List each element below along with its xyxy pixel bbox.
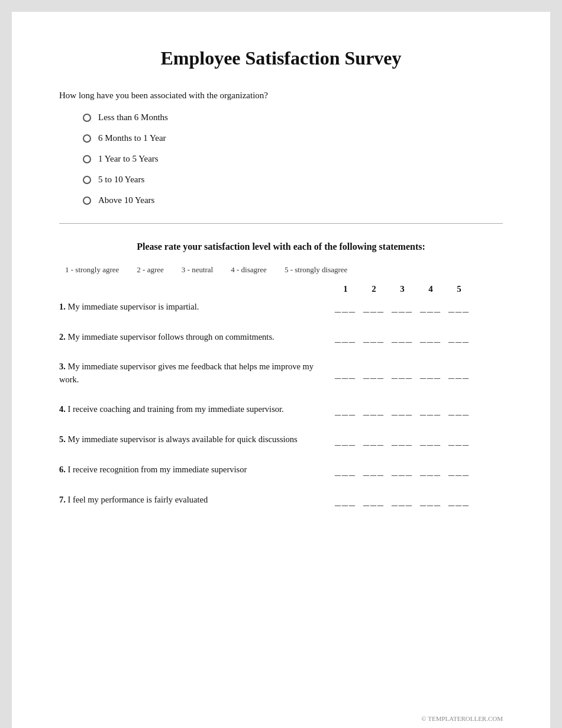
rating-blank-line[interactable]: ___ — [416, 403, 445, 417]
statement-number: 4. — [59, 404, 68, 414]
tenure-option-label: 5 to 10 Years — [98, 175, 144, 185]
rating-blank-line[interactable]: ___ — [331, 366, 360, 380]
rating-blank-line[interactable]: ___ — [360, 463, 388, 477]
scale-legend-item: 1 - strongly agree — [65, 265, 119, 275]
survey-row: 1. My immediate supervisor is impartial.… — [59, 300, 503, 314]
rating-blanks: _______________ — [331, 403, 503, 417]
tenure-option[interactable]: 6 Months to 1 Year — [83, 133, 503, 143]
rating-blank-line[interactable]: ___ — [331, 403, 360, 417]
rating-blanks: _______________ — [331, 330, 503, 344]
statement-number: 3. — [59, 362, 68, 371]
rating-blank-line[interactable]: ___ — [388, 463, 416, 477]
scale-legend-item: 4 - disagree — [231, 265, 267, 275]
rating-blank-line[interactable]: ___ — [360, 366, 388, 380]
rating-blanks: _______________ — [331, 433, 503, 447]
rating-blank-line[interactable]: ___ — [388, 403, 416, 417]
radio-circle-icon — [83, 114, 91, 122]
statement-number: 7. — [59, 495, 68, 504]
radio-circle-icon — [83, 155, 91, 163]
tenure-option[interactable]: Less than 6 Months — [83, 112, 503, 123]
rating-blank-line[interactable]: ___ — [416, 494, 445, 507]
statement-text: 7. I feel my performance is fairly evalu… — [59, 494, 331, 507]
rating-blank-line[interactable]: ___ — [360, 403, 388, 417]
scale-legend-item: 2 - agree — [137, 265, 163, 275]
rating-blank-line[interactable]: ___ — [331, 433, 360, 447]
tenure-option[interactable]: 1 Year to 5 Years — [83, 154, 503, 164]
tenure-option[interactable]: 5 to 10 Years — [83, 175, 503, 185]
tenure-option[interactable]: Above 10 Years — [83, 195, 503, 205]
rating-blank-line[interactable]: ___ — [388, 433, 416, 447]
rating-blank-line[interactable]: ___ — [416, 433, 445, 447]
rating-blank-line[interactable]: ___ — [445, 330, 473, 344]
tenure-option-label: Above 10 Years — [98, 195, 154, 205]
statement-number: 6. — [59, 465, 68, 474]
rating-blank-line[interactable]: ___ — [360, 494, 388, 507]
footer: © TEMPLATEROLLER.COM — [421, 715, 503, 722]
rating-blanks: _______________ — [331, 366, 503, 380]
rating-header-num: 1 — [331, 284, 360, 294]
radio-circle-icon — [83, 134, 91, 143]
tenure-option-label: Less than 6 Months — [98, 112, 168, 123]
statement-text: 3. My immediate supervisor gives me feed… — [59, 360, 331, 386]
rating-blank-line[interactable]: ___ — [445, 494, 473, 507]
rating-blank-line[interactable]: ___ — [388, 330, 416, 344]
rating-blank-line[interactable]: ___ — [416, 300, 445, 314]
rating-blank-line[interactable]: ___ — [388, 494, 416, 507]
rating-blank-line[interactable]: ___ — [360, 433, 388, 447]
survey-rows: 1. My immediate supervisor is impartial.… — [59, 300, 503, 507]
radio-circle-icon — [83, 176, 91, 184]
rating-blank-line[interactable]: ___ — [445, 403, 473, 417]
scale-legend-item: 5 - strongly disagree — [285, 265, 348, 275]
survey-row: 2. My immediate supervisor follows throu… — [59, 330, 503, 344]
survey-row: 4. I receive coaching and training from … — [59, 403, 503, 417]
statement-text: 6. I receive recognition from my immedia… — [59, 463, 331, 476]
page: Employee Satisfaction Survey How long ha… — [12, 12, 550, 728]
statement-number: 1. — [59, 302, 68, 311]
statement-text: 1. My immediate supervisor is impartial. — [59, 301, 331, 314]
tenure-option-label: 1 Year to 5 Years — [98, 154, 159, 164]
statement-number: 5. — [59, 434, 68, 444]
rating-blank-line[interactable]: ___ — [416, 330, 445, 344]
rating-header-num: 5 — [445, 284, 473, 294]
rating-blank-line[interactable]: ___ — [445, 433, 473, 447]
tenure-options-list: Less than 6 Months6 Months to 1 Year1 Ye… — [83, 112, 503, 205]
page-title: Employee Satisfaction Survey — [59, 47, 503, 69]
rating-blank-line[interactable]: ___ — [331, 463, 360, 477]
radio-circle-icon — [83, 197, 91, 205]
rating-blank-line[interactable]: ___ — [388, 366, 416, 380]
intro-question: How long have you been associated with t… — [59, 91, 503, 101]
survey-row: 5. My immediate supervisor is always ava… — [59, 433, 503, 447]
survey-row: 3. My immediate supervisor gives me feed… — [59, 360, 503, 386]
rating-header-num: 4 — [416, 284, 445, 294]
section-divider — [59, 223, 503, 224]
rating-blank-line[interactable]: ___ — [331, 300, 360, 314]
rating-blank-line[interactable]: ___ — [331, 330, 360, 344]
rating-blank-line[interactable]: ___ — [416, 463, 445, 477]
rating-header-num: 3 — [388, 284, 416, 294]
rating-blank-line[interactable]: ___ — [388, 300, 416, 314]
rating-blanks: _______________ — [331, 300, 503, 314]
rating-blank-line[interactable]: ___ — [445, 463, 473, 477]
survey-row: 7. I feel my performance is fairly evalu… — [59, 494, 503, 507]
rating-blank-line[interactable]: ___ — [360, 300, 388, 314]
scale-legend: 1 - strongly agree2 - agree3 - neutral4 … — [65, 265, 503, 275]
rating-blank-line[interactable]: ___ — [331, 494, 360, 507]
section-title: Please rate your satisfaction level with… — [59, 241, 503, 252]
rating-header-row: 12345 — [59, 284, 503, 294]
rating-blank-line[interactable]: ___ — [445, 366, 473, 380]
statement-text: 5. My immediate supervisor is always ava… — [59, 433, 331, 446]
statement-text: 4. I receive coaching and training from … — [59, 403, 331, 416]
rating-blank-line[interactable]: ___ — [416, 366, 445, 380]
rating-blank-line[interactable]: ___ — [445, 300, 473, 314]
survey-row: 6. I receive recognition from my immedia… — [59, 463, 503, 477]
statement-number: 2. — [59, 332, 68, 342]
rating-blanks: _______________ — [331, 494, 503, 507]
statement-text: 2. My immediate supervisor follows throu… — [59, 331, 331, 344]
rating-blanks: _______________ — [331, 463, 503, 477]
rating-cols-header: 12345 — [331, 284, 503, 294]
rating-blank-line[interactable]: ___ — [360, 330, 388, 344]
rating-header-num: 2 — [360, 284, 388, 294]
tenure-option-label: 6 Months to 1 Year — [98, 133, 166, 143]
scale-legend-item: 3 - neutral — [182, 265, 213, 275]
